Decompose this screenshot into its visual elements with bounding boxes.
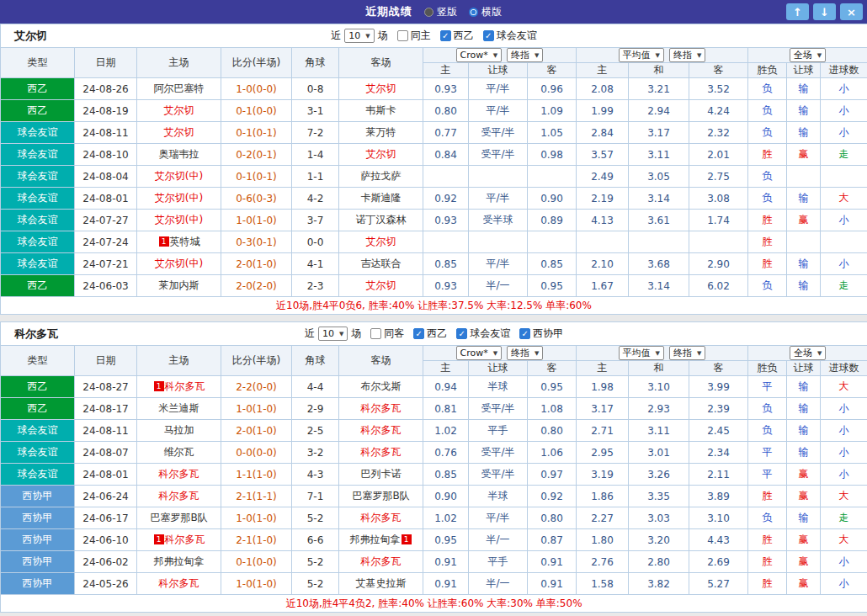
team-name-text: 巴列卡诺 [361,468,402,480]
close-button[interactable]: × [840,3,863,20]
column-subheader: 进球数 [821,63,867,78]
match-date: 24-08-01 [75,188,137,210]
avg-source-select[interactable]: 平均值▼ [619,48,664,62]
match-date: 24-08-26 [75,78,137,100]
handicap-result-cell: 赢 [787,210,821,231]
team-name-text: 巴塞罗那B队 [352,490,409,502]
avg-home: 3.19 [577,464,629,486]
checkbox-label: 球会友谊 [470,327,510,341]
column-header: 比分(半场) [221,48,292,78]
avg-home: 1.86 [577,486,629,507]
table-row: 球会友谊24-07-27艾尔切(中)1-0(1-0)3-7诺丁汉森林0.93受半… [1,210,867,231]
score-cell: 0-1(0-0) [221,551,292,573]
column-subheader: 和 [629,63,689,78]
goals-result-cell [821,166,867,188]
score-cell: 2-0(1-0) [221,420,292,442]
score-cell: 0-6(0-3) [221,188,292,210]
corner-cell: 1-1 [292,166,339,188]
chevron-down-icon: ▼ [656,52,660,59]
avg-home: 2.95 [577,442,629,464]
column-subheader: 主 [577,361,629,376]
section-team-name: 艾尔切 [14,29,47,44]
odds-away: 0.91 [528,551,577,573]
avg-home: 2.27 [577,507,629,529]
layout-radio-horizontal[interactable]: 横版 [469,5,502,19]
scope-select[interactable]: 全场▼ [790,48,826,62]
odds-handicap: 受平/半 [469,464,528,486]
away-team: 卡斯迪隆 [339,188,423,210]
table-row: 西乙24-08-17米兰迪斯1-0(1-0)2-9科尔多瓦0.81受平/半1.0… [1,398,867,420]
scope-select[interactable]: 全场▼ [790,346,826,360]
layout-radio-vertical[interactable]: 竖版 [424,5,457,19]
goals-result-cell: 小 [821,551,867,573]
handicap-result-cell: 赢 [787,464,821,486]
score-cell: 0-1(0-0) [221,100,292,122]
filter-checkbox[interactable]: 同客 [370,327,404,341]
radio-unselected-icon [424,8,434,17]
select-value: 终指 [673,49,692,61]
move-down-button[interactable]: ↓ [813,3,836,20]
filter-checkbox[interactable]: ✓球会友谊 [483,29,537,43]
match-type-badge: 西乙 [1,78,75,100]
table-row: 西协甲24-06-17巴塞罗那B队1-0(1-0)5-2科尔多瓦1.02平/半0… [1,507,867,529]
avg-draw [629,231,689,253]
match-date: 24-06-24 [75,486,137,507]
corner-cell: 5-2 [292,551,339,573]
match-type-badge: 西协甲 [1,486,75,507]
result-cell: 平 [748,442,787,464]
avg-source-select[interactable]: 平均值▼ [619,346,664,360]
avg-home: 1.99 [577,100,629,122]
odds-home: 0.85 [423,464,469,486]
away-team: 吉达联合 [339,253,423,275]
score-cell: 2-0(2-0) [221,275,292,297]
avg-stage-select[interactable]: 终指▼ [669,48,705,62]
filter-checkbox[interactable]: 同主 [397,29,431,43]
corner-cell: 7-1 [292,486,339,507]
odds-stage-select[interactable]: 终指▼ [507,48,543,62]
filter-checkbox[interactable]: ✓西协甲 [519,327,563,341]
odds-away: 0.90 [528,188,577,210]
team-name-text: 科尔多瓦 [361,555,402,567]
odds-source-select[interactable]: Crow*▼ [456,48,503,62]
score-cell: 2-2(0-0) [221,376,292,398]
result-cell: 胜 [748,144,787,166]
away-team: 艾尔切 [339,231,423,253]
odds-home: 0.77 [423,122,469,144]
handicap-result-cell: 赢 [787,486,821,507]
column-subheader: 让球 [787,361,821,376]
checkbox-label: 同主 [411,29,431,43]
corner-cell: 3-2 [292,442,339,464]
filter-checkbox[interactable]: ✓西乙 [413,327,447,341]
move-up-button[interactable]: ↑ [786,3,809,20]
checkbox-label: 球会友谊 [497,29,537,43]
score-cell: 0-2(0-1) [221,144,292,166]
match-date: 24-07-21 [75,253,137,275]
handicap-result-cell: 输 [787,442,821,464]
corner-cell: 3-1 [292,100,339,122]
team-name-text: 科尔多瓦 [361,446,402,458]
odds-away [528,166,577,188]
chevron-down-icon: ▼ [339,331,343,337]
odds-handicap: 受平/半 [469,398,528,420]
match-count-select[interactable]: 10▼ [318,327,348,341]
corner-cell: 5-2 [292,507,339,529]
odds-source-select[interactable]: Crow*▼ [456,346,503,360]
rank-badge: 1 [154,534,164,544]
corner-cell: 5-2 [292,573,339,595]
filter-checkbox[interactable]: ✓球会友谊 [456,327,510,341]
select-value: 终指 [673,347,692,359]
away-team: 科尔多瓦 [339,442,423,464]
sections-container: 艾尔切近10▼场同主✓西乙✓球会友谊类型日期主场比分(半场)角球客场Crow*▼… [0,24,867,613]
filter-checkbox[interactable]: ✓西乙 [440,29,474,43]
odds-stage-select[interactable]: 终指▼ [507,346,543,360]
checkbox-label: 西乙 [454,29,474,43]
avg-away: 2.34 [689,442,748,464]
team-name-text: 艾尔切 [366,279,396,291]
avg-home: 2.49 [577,166,629,188]
avg-stage-select[interactable]: 终指▼ [669,346,705,360]
filter-suffix-label: 场 [351,327,361,341]
result-cell: 胜 [748,210,787,231]
radio-vertical-label: 竖版 [437,5,457,19]
team-name-text: 米兰迪斯 [159,402,199,414]
match-count-select[interactable]: 10▼ [344,29,374,43]
